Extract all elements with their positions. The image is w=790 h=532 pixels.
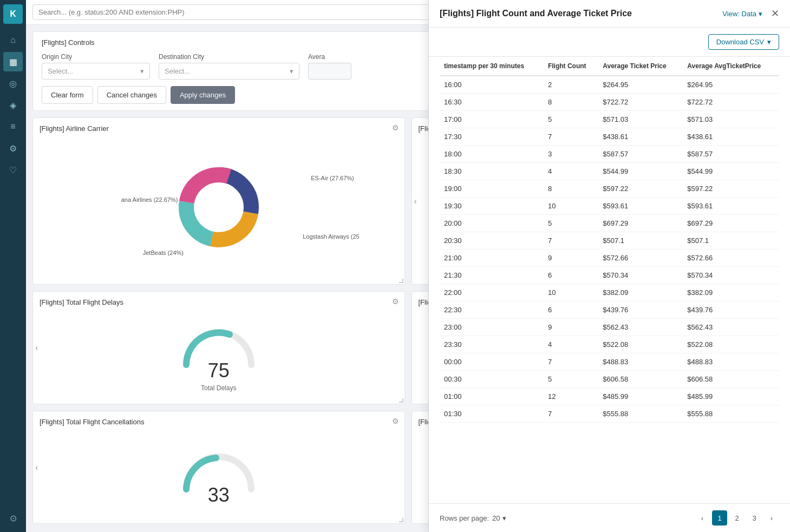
- table-cell: $438.61: [598, 128, 683, 146]
- table-cell: 3: [544, 146, 598, 163]
- table-cell: 17:00: [440, 111, 544, 128]
- destination-city-group: Destination City Select... ▾: [159, 53, 299, 80]
- sidebar-item-wrench[interactable]: ⚙: [3, 139, 23, 158]
- destination-city-select[interactable]: Select... ▾: [159, 63, 299, 80]
- table-cell: $382.09: [598, 284, 683, 301]
- sidebar-item-heart[interactable]: ♡: [3, 160, 23, 180]
- table-row: 20:005$697.29$697.29: [440, 215, 779, 232]
- destination-city-label: Destination City: [159, 53, 299, 61]
- nav-left-icon3[interactable]: ‹: [35, 463, 38, 472]
- total-delays-widget: [Flights] Total Flight Delays ⚙ ‹ 75 Tot…: [32, 291, 405, 404]
- overlay-header-right: View: Data ▾ ✕: [722, 9, 779, 18]
- table-cell: 9: [544, 249, 598, 267]
- app-logo[interactable]: K: [3, 4, 23, 24]
- resize-handle[interactable]: [399, 279, 403, 283]
- cancellations-gauge-area: 33: [40, 430, 398, 517]
- origin-city-select[interactable]: Select... ▾: [42, 63, 150, 80]
- table-cell: $382.09: [683, 284, 779, 301]
- table-cell: 23:30: [440, 336, 544, 353]
- close-button[interactable]: ✕: [771, 9, 779, 18]
- prev-page-button[interactable]: ‹: [695, 510, 710, 526]
- clear-form-button[interactable]: Clear form: [42, 86, 93, 104]
- table-row: 17:307$438.61$438.61: [440, 128, 779, 146]
- pagination: Rows per page: 20 ▾ ‹ 1 2 3 ›: [429, 503, 790, 532]
- table-cell: $507.1: [683, 232, 779, 249]
- table-row: 22:0010$382.09$382.09: [440, 284, 779, 301]
- table-cell: 00:30: [440, 371, 544, 388]
- page-3-button[interactable]: 3: [747, 510, 762, 526]
- apply-changes-button[interactable]: Apply changes: [171, 86, 235, 104]
- table-cell: $264.95: [598, 76, 683, 94]
- view-data-button[interactable]: View: Data ▾: [722, 10, 762, 18]
- legend-ana: ana Airlines (22.67%): [121, 196, 178, 203]
- col-header-flight-count: Flight Count: [544, 57, 598, 76]
- total-cancellations-widget: [Flights] Total Flight Cancellations ⚙ ‹…: [32, 411, 405, 524]
- resize-handle5[interactable]: [399, 518, 403, 522]
- table-cell: 19:30: [440, 198, 544, 215]
- table-cell: $597.22: [683, 180, 779, 198]
- cancel-changes-button[interactable]: Cancel changes: [97, 86, 166, 104]
- table-cell: 01:30: [440, 405, 544, 423]
- table-cell: 5: [544, 111, 598, 128]
- table-row: 01:0012$485.99$485.99: [440, 388, 779, 405]
- sidebar-item-lines[interactable]: ≡: [3, 117, 23, 136]
- table-cell: 20:00: [440, 215, 544, 232]
- sidebar-item-shield[interactable]: ◈: [3, 95, 23, 115]
- page-2-button[interactable]: 2: [729, 510, 745, 526]
- table-cell: $544.99: [598, 163, 683, 180]
- table-cell: 6: [544, 267, 598, 284]
- col-header-timestamp: timestamp per 30 minutes: [440, 57, 544, 76]
- rows-per-page-select[interactable]: 20 ▾: [492, 514, 506, 522]
- table-row: 01:307$555.88$555.88: [440, 405, 779, 423]
- sidebar-item-chart[interactable]: ▦: [3, 52, 23, 71]
- table-row: 22:306$439.76$439.76: [440, 301, 779, 319]
- next-page-button[interactable]: ›: [764, 510, 779, 526]
- chevron-down-icon4: ▾: [767, 38, 771, 46]
- overlay-panel: [Flights] Flight Count and Average Ticke…: [428, 0, 790, 532]
- overlay-title: [Flights] Flight Count and Average Ticke…: [440, 9, 632, 18]
- table-row: 21:009$572.66$572.66: [440, 249, 779, 267]
- table-cell: 7: [544, 353, 598, 371]
- table-row: 21:306$570.34$570.34: [440, 267, 779, 284]
- nav-left-icon[interactable]: ‹: [414, 196, 417, 206]
- table-cell: 16:00: [440, 76, 544, 94]
- table-cell: $522.08: [683, 336, 779, 353]
- table-header-row: timestamp per 30 minutes Flight Count Av…: [440, 57, 779, 76]
- table-cell: 17:30: [440, 128, 544, 146]
- resize-handle3[interactable]: [399, 398, 403, 403]
- gear-icon[interactable]: ⚙: [392, 123, 399, 132]
- table-cell: $587.57: [683, 146, 779, 163]
- sidebar-item-settings[interactable]: ⊙: [3, 508, 23, 528]
- chevron-down-icon3: ▾: [759, 10, 762, 18]
- chevron-down-icon5: ▾: [502, 514, 506, 522]
- sidebar-item-home[interactable]: ⌂: [3, 30, 23, 50]
- data-table-container: timestamp per 30 minutes Flight Count Av…: [429, 57, 790, 503]
- table-cell: 12: [544, 388, 598, 405]
- table-head: timestamp per 30 minutes Flight Count Av…: [440, 57, 779, 76]
- download-csv-button[interactable]: Download CSV ▾: [708, 34, 779, 50]
- page-1-button[interactable]: 1: [712, 510, 727, 526]
- table-cell: $485.99: [683, 388, 779, 405]
- table-cell: $571.03: [683, 111, 779, 128]
- table-row: 18:304$544.99$544.99: [440, 163, 779, 180]
- gauge-value: 75: [201, 359, 236, 382]
- table-cell: $697.29: [683, 215, 779, 232]
- rows-per-page-label: Rows per page:: [440, 514, 489, 522]
- table-cell: $597.22: [598, 180, 683, 198]
- average-input[interactable]: [308, 63, 351, 80]
- nav-left-icon2[interactable]: ‹: [35, 343, 38, 353]
- sidebar-item-globe[interactable]: ◎: [3, 74, 23, 93]
- table-row: 18:003$587.57$587.57: [440, 146, 779, 163]
- total-cancellations-title: [Flights] Total Flight Cancellations: [40, 418, 398, 426]
- gear-icon5[interactable]: ⚙: [392, 417, 399, 425]
- table-cell: 5: [544, 215, 598, 232]
- table-cell: $439.76: [683, 301, 779, 319]
- table-cell: 4: [544, 163, 598, 180]
- table-row: 16:308$722.72$722.72: [440, 94, 779, 111]
- gear-icon3[interactable]: ⚙: [392, 297, 399, 306]
- chevron-down-icon2: ▾: [290, 67, 293, 75]
- average-group: Avera: [308, 53, 406, 80]
- donut-chart-area: ana Airlines (22.67%) ES-Air (27.67%) Je…: [40, 137, 398, 278]
- table-cell: $438.61: [683, 128, 779, 146]
- table-cell: 18:30: [440, 163, 544, 180]
